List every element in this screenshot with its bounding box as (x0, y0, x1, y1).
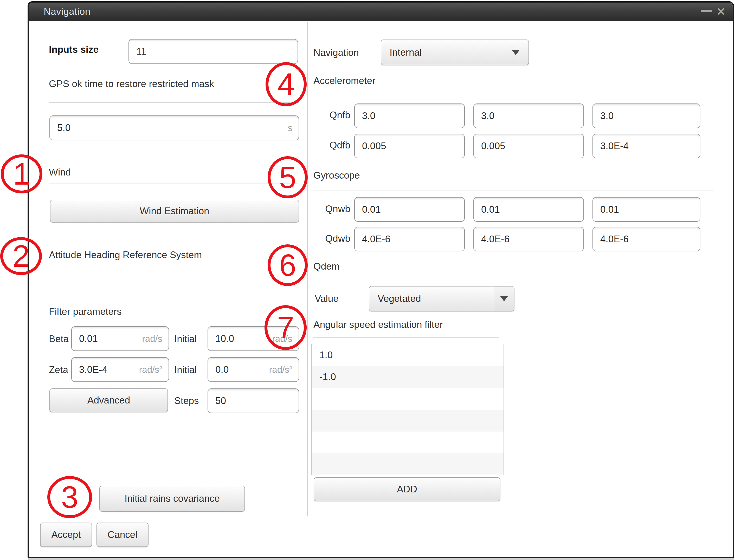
screenshot-root: Navigation ✕ Inputs size 11 GPS ok time … (0, 0, 735, 560)
qnfb-label: Qnfb (313, 109, 350, 121)
list-item-empty (311, 453, 504, 475)
zeta-value: 3.0E-4 (79, 364, 107, 375)
qnwb-label: Qnwb (313, 203, 350, 215)
list-item[interactable]: 1.0 (311, 344, 504, 366)
accept-button[interactable]: Accept (40, 523, 92, 547)
chevron-down-icon (512, 50, 520, 55)
divider-qdem (313, 278, 714, 278)
qdfb-field-y[interactable]: 0.005 (473, 134, 584, 158)
divider-angular (313, 337, 499, 338)
inputs-size-value: 11 (136, 46, 146, 57)
navigation-mode-value: Internal (381, 47, 512, 58)
divider-nav-row (313, 71, 714, 71)
gps-restore-label: GPS ok time to restore restricted mask (49, 78, 214, 90)
zeta-label: Zeta (49, 364, 68, 376)
qnfb-field-z[interactable]: 3.0 (593, 103, 700, 128)
accelerometer-section-label: Accelerometer (313, 75, 376, 87)
beta-initial-label: Initial (174, 333, 197, 345)
chevron-down-icon (500, 296, 508, 301)
beta-value: 0.01 (79, 333, 98, 344)
qdfb-value-z: 3.0E-4 (600, 141, 629, 152)
list-item-empty (311, 388, 504, 410)
qnfb-field-x[interactable]: 3.0 (354, 103, 465, 128)
gyroscope-section-label: Gyroscope (313, 170, 360, 181)
divider-accelerometer (313, 96, 714, 96)
annotation-circle-2: 2 (0, 237, 42, 275)
zeta-unit: rad/s² (139, 364, 162, 375)
qdem-section-label: Qdem (313, 261, 340, 272)
wind-estimation-button[interactable]: Wind Estimation (50, 200, 299, 223)
qdfb-field-x[interactable]: 0.005 (354, 134, 465, 158)
annotation-circle-3: 3 (47, 476, 92, 518)
zeta-initial-unit: rad/s² (269, 364, 292, 375)
qnwb-field-y[interactable]: 0.01 (473, 197, 584, 222)
wind-section-label: Wind (49, 166, 71, 178)
steps-field[interactable]: 50 (207, 388, 299, 413)
beta-initial-value: 10.0 (215, 333, 234, 344)
zeta-field[interactable]: 3.0E-4 rad/s² (71, 357, 169, 382)
title-bar[interactable]: Navigation ✕ (29, 3, 733, 21)
qdem-value-label: Value (315, 293, 338, 305)
steps-value: 50 (215, 395, 226, 406)
qnfb-value-y: 3.0 (481, 110, 495, 121)
navigation-mode-label: Navigation (313, 47, 359, 59)
close-icon[interactable]: ✕ (714, 5, 727, 19)
divider-gps (49, 102, 299, 103)
qdfb-value-x: 0.005 (362, 141, 386, 152)
zeta-initial-label: Initial (174, 364, 197, 376)
qdwb-label: Qdwb (313, 233, 350, 245)
qdem-value-dropdown[interactable]: Vegetated (369, 286, 515, 311)
qnfb-value-z: 3.0 (600, 110, 614, 121)
qdwb-field-z[interactable]: 4.0E-6 (593, 227, 700, 251)
steps-label: Steps (174, 395, 199, 407)
zeta-initial-value: 0.0 (215, 364, 229, 375)
divider-ahrs (49, 274, 299, 274)
annotation-circle-1: 1 (1, 154, 42, 193)
qdwb-value-z: 4.0E-6 (600, 234, 629, 245)
qdfb-label: Qdfb (313, 139, 350, 151)
dropdown-arrow-segment[interactable] (494, 286, 514, 311)
qdwb-value-y: 4.0E-6 (481, 234, 510, 245)
divider-wind (49, 184, 299, 184)
list-item-empty (311, 410, 504, 432)
beta-unit: rad/s (142, 334, 162, 344)
annotation-circle-6: 6 (268, 244, 308, 286)
qnwb-field-z[interactable]: 0.01 (593, 197, 700, 222)
qdwb-field-x[interactable]: 4.0E-6 (354, 227, 465, 251)
annotation-circle-4: 4 (265, 62, 307, 106)
angular-filter-section-label: Angular speed estimation filter (313, 319, 443, 331)
inputs-size-label: Inputs size (49, 44, 99, 56)
inputs-size-field[interactable]: 11 (128, 39, 298, 64)
qdwb-field-y[interactable]: 4.0E-6 (473, 227, 584, 251)
qdwb-value-x: 4.0E-6 (362, 234, 391, 245)
cancel-button[interactable]: Cancel (96, 523, 148, 547)
list-item-empty (311, 432, 504, 453)
list-item[interactable]: -1.0 (311, 366, 504, 388)
angular-filter-list[interactable]: 1.0 -1.0 (311, 344, 504, 475)
gps-time-field[interactable]: 5.0 s (49, 115, 299, 140)
qnwb-field-x[interactable]: 0.01 (354, 197, 465, 222)
zeta-initial-field[interactable]: 0.0 rad/s² (207, 357, 299, 382)
gps-time-value: 5.0 (57, 122, 70, 133)
qnwb-value-y: 0.01 (481, 204, 500, 215)
qdfb-value-y: 0.005 (481, 141, 505, 152)
annotation-circle-7: 7 (264, 305, 307, 350)
filter-parameters-label: Filter parameters (49, 306, 122, 318)
navigation-mode-dropdown[interactable]: Internal (381, 40, 529, 65)
initial-rains-covariance-button[interactable]: Initial rains covariance (99, 486, 245, 512)
qdfb-field-z[interactable]: 3.0E-4 (593, 134, 700, 158)
qnwb-value-z: 0.01 (600, 204, 619, 215)
divider-bottom-left (49, 452, 299, 452)
qnwb-value-x: 0.01 (362, 204, 381, 215)
ahrs-section-label: Attitude Heading Reference System (49, 249, 202, 261)
qnfb-value-x: 3.0 (362, 110, 375, 121)
add-button[interactable]: ADD (314, 477, 501, 501)
minimize-icon[interactable] (701, 10, 712, 12)
beta-field[interactable]: 0.01 rad/s (71, 326, 169, 351)
qnfb-field-y[interactable]: 3.0 (473, 103, 584, 128)
gps-time-unit: s (288, 123, 292, 133)
beta-label: Beta (49, 333, 69, 345)
window-title: Navigation (44, 6, 90, 17)
advanced-button[interactable]: Advanced (49, 388, 168, 412)
annotation-circle-5: 5 (268, 156, 308, 198)
